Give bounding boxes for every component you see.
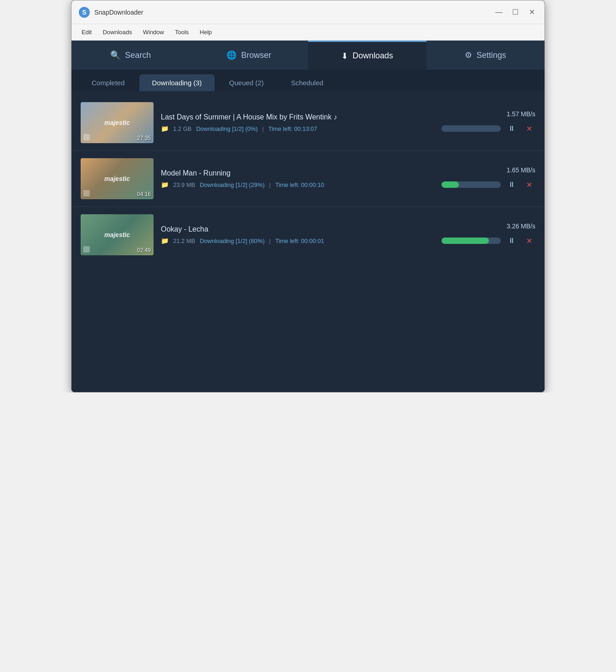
menu-help[interactable]: Help	[195, 27, 216, 37]
nav-tabs: 🔍 Search 🌐 Browser ⬇ Downloads ⚙ Setting…	[72, 41, 544, 70]
thumb-icon	[83, 246, 90, 253]
item-title: Model Man - Running	[161, 169, 434, 177]
title-bar-left: S SnapDownloader	[79, 7, 143, 18]
pause-button[interactable]: ⏸	[505, 178, 518, 191]
status-text: Downloading [1/2] (0%)	[196, 125, 257, 132]
pause-button[interactable]: ⏸	[505, 234, 518, 247]
status-text: Downloading [1/2] (29%)	[200, 181, 264, 188]
download-item: majestic 02:49 Ookay - Lecha 📁 21.2 MB D…	[72, 207, 544, 263]
tab-search[interactable]: 🔍 Search	[72, 41, 190, 70]
close-button[interactable]: ✕	[526, 7, 537, 18]
settings-icon: ⚙	[465, 50, 472, 60]
subtab-downloading[interactable]: Downloading (3)	[139, 74, 215, 91]
menu-bar: Edit Downloads Window Tools Help	[72, 24, 544, 41]
tab-browser-label: Browser	[241, 51, 271, 60]
tab-settings-label: Settings	[477, 51, 506, 60]
item-right: 1.65 MB/s ⏸ ✕	[441, 166, 535, 191]
download-item: majestic 27:35 Last Days of Summer | A H…	[72, 95, 544, 151]
thumb-duration: 27:35	[137, 135, 151, 141]
tab-downloads-label: Downloads	[353, 51, 393, 61]
subtab-completed[interactable]: Completed	[79, 74, 138, 91]
menu-edit[interactable]: Edit	[77, 27, 96, 37]
item-right: 3.26 MB/s ⏸ ✕	[441, 222, 535, 247]
minimize-button[interactable]: —	[493, 7, 504, 18]
thumb-brand: majestic	[104, 119, 130, 126]
title-bar: S SnapDownloader — ☐ ✕	[72, 0, 544, 24]
item-meta: 📁 1.2 GB Downloading [1/2] (0%) | Time l…	[161, 125, 434, 132]
app-title: SnapDownloader	[94, 9, 143, 16]
thumb-brand: majestic	[104, 175, 130, 182]
progress-bar	[441, 125, 501, 132]
menu-tools[interactable]: Tools	[170, 27, 193, 37]
pause-button[interactable]: ⏸	[505, 122, 518, 135]
progress-row: ⏸ ✕	[441, 234, 535, 247]
progress-fill	[441, 181, 459, 188]
progress-fill	[441, 238, 489, 244]
time-left: Time left: 00:00:01	[275, 238, 324, 244]
item-meta: 📁 23.9 MB Downloading [1/2] (29%) | Time…	[161, 181, 434, 188]
item-meta: 📁 21.2 MB Downloading [1/2] (80%) | Time…	[161, 237, 434, 244]
menu-window[interactable]: Window	[139, 27, 169, 37]
file-size: 21.2 MB	[173, 238, 195, 244]
cancel-button[interactable]: ✕	[523, 122, 535, 135]
time-left: Time left: 00:13:07	[268, 125, 317, 132]
thumb-duration: 04:16	[137, 191, 151, 197]
sub-tabs: Completed Downloading (3) Queued (2) Sch…	[72, 70, 544, 91]
status-text: Downloading [1/2] (80%)	[200, 238, 264, 244]
item-info: Model Man - Running 📁 23.9 MB Downloadin…	[161, 169, 434, 188]
thumb-icon	[83, 134, 90, 140]
progress-row: ⏸ ✕	[441, 178, 535, 191]
tab-settings[interactable]: ⚙ Settings	[426, 41, 545, 70]
speed-text: 1.57 MB/s	[499, 110, 535, 118]
download-icon: ⬇	[341, 51, 348, 61]
browser-icon: 🌐	[226, 50, 236, 60]
speed-text: 3.26 MB/s	[499, 222, 535, 230]
content-area: majestic 27:35 Last Days of Summer | A H…	[72, 91, 544, 392]
item-title: Last Days of Summer | A House Mix by Fri…	[161, 113, 434, 121]
item-title: Ookay - Lecha	[161, 225, 434, 233]
tab-browser[interactable]: 🌐 Browser	[190, 41, 308, 70]
download-item: majestic 04:16 Model Man - Running 📁 23.…	[72, 151, 544, 207]
progress-bar	[441, 238, 501, 244]
speed-text: 1.65 MB/s	[499, 166, 535, 174]
progress-row: ⏸ ✕	[441, 122, 535, 135]
item-right: 1.57 MB/s ⏸ ✕	[441, 110, 535, 135]
cancel-button[interactable]: ✕	[523, 234, 535, 247]
app-window: S SnapDownloader — ☐ ✕ Edit Downloads Wi…	[71, 0, 545, 393]
thumbnail: majestic 27:35	[81, 102, 154, 143]
tab-downloads[interactable]: ⬇ Downloads	[308, 41, 426, 70]
menu-downloads[interactable]: Downloads	[98, 27, 136, 37]
item-info: Ookay - Lecha 📁 21.2 MB Downloading [1/2…	[161, 225, 434, 244]
file-size: 1.2 GB	[173, 125, 191, 132]
progress-bar	[441, 181, 501, 188]
thumb-icon	[83, 190, 90, 196]
time-left: Time left: 00:00:10	[275, 181, 324, 188]
file-size: 23.9 MB	[173, 181, 195, 188]
subtab-queued[interactable]: Queued (2)	[216, 74, 277, 91]
search-icon: 🔍	[110, 50, 120, 60]
item-info: Last Days of Summer | A House Mix by Fri…	[161, 113, 434, 132]
folder-icon[interactable]: 📁	[161, 125, 169, 132]
app-icon: S	[79, 7, 90, 18]
thumbnail: majestic 04:16	[81, 158, 154, 199]
subtab-scheduled[interactable]: Scheduled	[278, 74, 336, 91]
thumbnail: majestic 02:49	[81, 214, 154, 255]
thumb-duration: 02:49	[137, 247, 151, 253]
cancel-button[interactable]: ✕	[523, 178, 535, 191]
window-controls: — ☐ ✕	[493, 7, 537, 18]
maximize-button[interactable]: ☐	[510, 7, 521, 18]
folder-icon[interactable]: 📁	[161, 181, 169, 188]
tab-search-label: Search	[125, 51, 151, 60]
folder-icon[interactable]: 📁	[161, 237, 169, 244]
thumb-brand: majestic	[104, 231, 130, 238]
